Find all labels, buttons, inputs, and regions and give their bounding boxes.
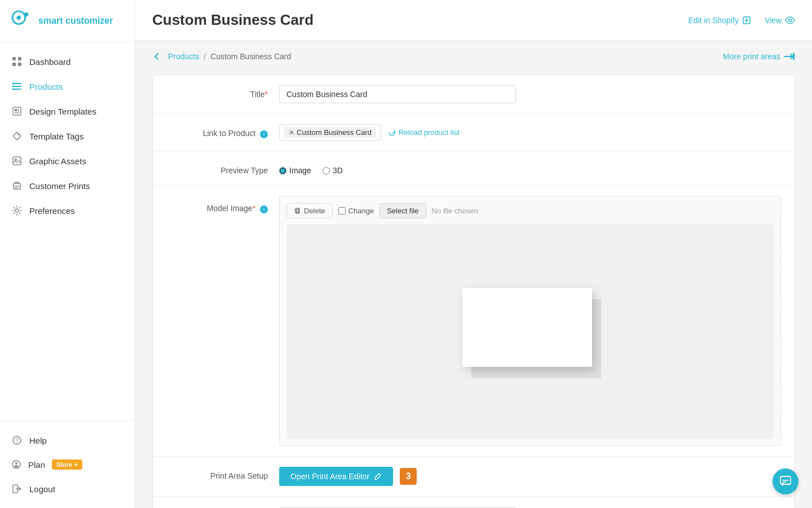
svg-point-14: [15, 159, 17, 161]
design-templates-icon: [11, 106, 23, 117]
shopify-icon: [742, 16, 751, 25]
business-card-preview: [462, 288, 592, 367]
print-area-setup-form-row: Print Area Setup Open Print Area Editor …: [153, 457, 795, 497]
trash-icon: [294, 207, 301, 214]
model-image-label: Model Image* i: [166, 196, 268, 213]
template-tags-icon: [11, 130, 23, 142]
svg-rect-6: [18, 63, 21, 66]
svg-point-18: [15, 209, 19, 212]
svg-point-22: [15, 462, 17, 465]
print-area-setup-label: Print Area Setup: [166, 467, 268, 480]
reload-product-list-link[interactable]: Reload product list: [388, 128, 460, 137]
preview-type-control: Image 3D: [279, 161, 781, 175]
sidebar-item-label-customer-prints: Customer Prints: [29, 181, 90, 191]
model-image-form-row: Model Image* i Delete: [153, 186, 795, 457]
edit-in-shopify-label: Edit in Shopify: [688, 16, 739, 25]
edit-icon: [374, 472, 382, 480]
sidebar-item-design-templates[interactable]: Design Templates: [0, 99, 135, 124]
link-to-product-control: ✕ Custom Business Card Reload product li…: [279, 124, 781, 141]
logo-area: smart customizer: [0, 0, 135, 42]
svg-rect-16: [15, 186, 19, 187]
svg-point-2: [24, 12, 29, 17]
sidebar-item-label-graphic-assets: Graphic Assets: [29, 156, 86, 166]
model-image-info-icon[interactable]: i: [260, 205, 268, 213]
tag-remove-button[interactable]: ✕: [289, 129, 294, 136]
model-image-section: Delete Change Select file No file chosen: [279, 196, 781, 446]
print-area-row: Open Print Area Editor 3: [279, 467, 781, 486]
products-icon: [11, 81, 23, 92]
change-label: Change: [348, 207, 374, 215]
model-image-controls: Delete Change Select file No file chosen: [286, 203, 774, 218]
breadcrumb-back-button[interactable]: [152, 52, 161, 61]
sidebar-item-graphic-assets[interactable]: Graphic Assets: [0, 148, 135, 173]
edit-in-shopify-link[interactable]: Edit in Shopify: [688, 16, 751, 25]
sidebar-nav: Dashboard Products: [0, 42, 135, 421]
preview-type-radio-group: Image 3D: [279, 161, 781, 175]
preview-image-radio-label[interactable]: Image: [279, 166, 311, 175]
sidebar-item-template-tags[interactable]: Template Tags: [0, 124, 135, 148]
sidebar-item-dashboard[interactable]: Dashboard: [0, 49, 135, 74]
preview-type-form-row: Preview Type Image 3D: [153, 151, 795, 186]
link-to-product-label: Link to Product i: [166, 124, 268, 138]
link-to-product-info-icon[interactable]: i: [260, 130, 268, 138]
sidebar-item-preferences[interactable]: Preferences: [0, 198, 135, 223]
delete-button-label: Delete: [304, 207, 325, 215]
change-checkbox[interactable]: [338, 207, 346, 214]
more-print-areas-icon: [784, 52, 795, 61]
title-control: [279, 85, 781, 103]
svg-rect-11: [15, 112, 19, 113]
editor-count-badge[interactable]: 3: [400, 468, 417, 485]
breadcrumb-parent-link[interactable]: Products: [168, 52, 199, 61]
sidebar-item-label-products: Products: [29, 82, 63, 91]
sidebar: smart customizer Dashboard: [0, 0, 135, 508]
view-link[interactable]: View: [765, 15, 795, 25]
change-checkbox-label[interactable]: Change: [338, 207, 374, 215]
breadcrumb: Products / Custom Business Card More pri…: [152, 52, 795, 61]
print-area-setup-control: Open Print Area Editor 3: [279, 467, 781, 486]
main-content: Custom Business Card Edit in Shopify Vie…: [135, 0, 812, 508]
title-form-row: Title*: [153, 75, 795, 114]
svg-rect-26: [793, 53, 795, 60]
delete-model-image-button[interactable]: Delete: [286, 203, 333, 218]
sidebar-item-products[interactable]: Products: [0, 74, 135, 99]
content-area: Products / Custom Business Card More pri…: [135, 41, 812, 508]
more-print-areas-link[interactable]: More print areas: [723, 52, 795, 61]
sidebar-item-plan[interactable]: Plan Store +: [0, 453, 135, 476]
preview-type-label: Preview Type: [166, 161, 268, 175]
open-print-area-editor-button[interactable]: Open Print Area Editor: [279, 467, 393, 486]
svg-point-12: [18, 134, 20, 135]
page-title: Custom Business Card: [152, 11, 314, 29]
open-editor-label: Open Print Area Editor: [290, 472, 369, 481]
select-file-label: Select file: [387, 207, 418, 215]
model-image-preview: [286, 224, 774, 439]
product-tag-label: Custom Business Card: [297, 128, 372, 137]
title-input[interactable]: [279, 85, 516, 103]
store-plus-badge[interactable]: Store +: [52, 459, 82, 470]
sidebar-item-logout[interactable]: Logout: [0, 476, 135, 501]
title-label: Title*: [166, 85, 268, 99]
sidebar-item-label-help: Help: [29, 436, 47, 445]
reload-icon: [388, 129, 396, 137]
sidebar-item-label-logout: Logout: [29, 484, 55, 494]
graphic-assets-icon: [11, 155, 23, 167]
preview-3d-label: 3D: [333, 166, 343, 175]
sidebar-item-help[interactable]: ? Help: [0, 428, 135, 453]
select-file-button[interactable]: Select file: [379, 203, 426, 218]
sidebar-item-customer-prints[interactable]: Customer Prints: [0, 173, 135, 198]
preview-3d-radio[interactable]: [323, 167, 330, 174]
sidebar-item-label-plan: Plan: [28, 460, 45, 470]
svg-point-1: [17, 16, 21, 20]
sidebar-item-label-preferences: Preferences: [29, 206, 75, 216]
preview-3d-radio-label[interactable]: 3D: [323, 166, 343, 175]
svg-rect-17: [15, 187, 17, 189]
svg-rect-13: [13, 157, 21, 165]
view-label: View: [765, 16, 782, 25]
preview-image-radio[interactable]: [279, 167, 286, 174]
chat-button[interactable]: [773, 468, 798, 494]
svg-rect-3: [12, 57, 16, 60]
preferences-icon: [11, 205, 23, 216]
svg-text:?: ?: [16, 437, 19, 444]
product-tag: ✕ Custom Business Card: [284, 127, 376, 138]
form-card: Title* Link to Product i ✕ Custom Busine…: [152, 75, 795, 508]
breadcrumb-current-page: Custom Business Card: [210, 52, 291, 61]
